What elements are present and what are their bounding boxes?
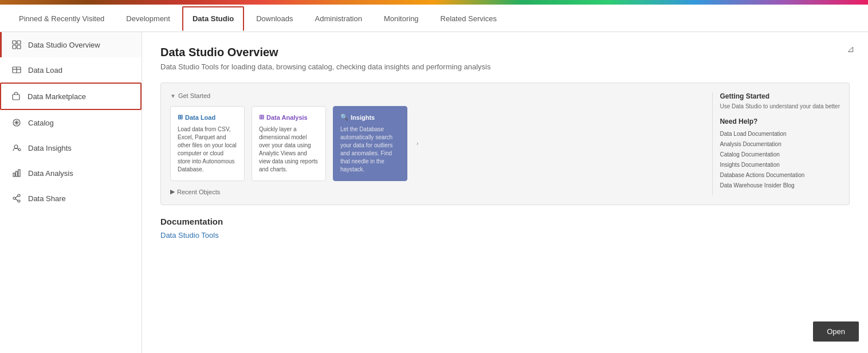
arrow-indicator: › [414, 106, 421, 181]
svg-point-19 [13, 197, 15, 199]
main-layout: Data Studio Overview Data Load Data Mark… [0, 32, 868, 353]
svg-rect-3 [17, 45, 21, 49]
sidebar-item-data-analysis[interactable]: Data Analysis [0, 160, 142, 186]
content-header: Data Studio Overview Data Studio Tools f… [160, 46, 850, 71]
documentation-link[interactable]: Data Studio Tools [160, 231, 219, 240]
next-arrow-icon: › [417, 140, 418, 147]
share-icon [11, 193, 22, 204]
recent-objects-expand-icon[interactable]: ▶ [170, 188, 175, 195]
svg-point-18 [18, 200, 20, 202]
page-subtitle: Data Studio Tools for loading data, brow… [160, 62, 850, 71]
card-data-load-title: ⊞ Data Load [178, 113, 237, 121]
get-started-label: Get Started [178, 92, 210, 99]
pin-icon[interactable]: ⊿ [847, 44, 854, 54]
svg-rect-0 [13, 41, 16, 44]
tab-administration[interactable]: Administration [305, 7, 372, 30]
card-data-load-body: Load data from CSV, Excel, Parquet and o… [178, 125, 237, 174]
svg-line-13 [20, 150, 21, 151]
tab-related-services[interactable]: Related Services [431, 7, 506, 30]
table-icon [11, 64, 22, 76]
card-insights[interactable]: 🔍 Insights Let the Database automaticall… [333, 106, 407, 181]
overview-panel: ▼ Get Started ⊞ Data Load Load data from… [160, 83, 850, 205]
sidebar-label-data-share: Data Share [28, 194, 66, 203]
tab-data-studio[interactable]: Data Studio [182, 6, 244, 31]
cards-row: ⊞ Data Load Load data from CSV, Excel, P… [170, 106, 708, 181]
tab-downloads[interactable]: Downloads [246, 7, 303, 30]
need-help-title: Need Help? [720, 117, 840, 125]
card-data-load[interactable]: ⊞ Data Load Load data from CSV, Excel, P… [170, 106, 245, 181]
svg-rect-14 [13, 173, 15, 176]
card-insights-title: 🔍 Insights [340, 113, 400, 121]
card-data-analysis-title: ⊞ Data Analysis [259, 113, 319, 121]
help-link-3[interactable]: Insights Documentation [720, 160, 840, 170]
content-area: ⊿ Data Studio Overview Data Studio Tools… [142, 32, 868, 353]
sidebar-item-overview[interactable]: Data Studio Overview [0, 32, 142, 57]
recent-objects-label: Recent Objects [177, 189, 220, 195]
svg-rect-15 [16, 171, 18, 176]
tab-development[interactable]: Development [116, 7, 180, 30]
svg-point-17 [18, 194, 20, 197]
nav-tabs: Pinned & Recently Visited Development Da… [0, 5, 868, 32]
getting-started-title: Getting Started [720, 92, 840, 100]
sidebar-item-data-load[interactable]: Data Load [0, 57, 142, 83]
user-search-icon [11, 142, 22, 154]
svg-line-20 [15, 196, 18, 198]
help-link-0[interactable]: Data Load Documentation [720, 129, 840, 139]
help-link-5[interactable]: Data Warehouse Insider Blog [720, 181, 840, 191]
svg-rect-7 [13, 95, 19, 100]
svg-rect-2 [13, 45, 16, 49]
page-title: Data Studio Overview [160, 46, 850, 59]
card-data-analysis[interactable]: ⊞ Data Analysis Quickly layer a dimensio… [252, 106, 326, 181]
sidebar-label-catalog: Catalog [28, 119, 54, 127]
documentation-title: Documentation [160, 217, 850, 226]
help-link-1[interactable]: Analysis Documentation [720, 139, 840, 150]
sidebar-label-data-load: Data Load [28, 66, 62, 74]
catalog-icon [11, 117, 22, 128]
help-link-4[interactable]: Database Actions Documentation [720, 170, 840, 181]
decorative-top-bar [0, 0, 868, 5]
sidebar-item-data-marketplace[interactable]: Data Marketplace [0, 83, 142, 110]
sidebar-item-data-share[interactable]: Data Share [0, 186, 142, 211]
expand-icon[interactable]: ▼ [170, 93, 176, 99]
sidebar-label-data-insights: Data Insights [28, 144, 72, 152]
shopping-bag-icon [10, 91, 22, 102]
open-button[interactable]: Open [813, 321, 859, 342]
svg-point-11 [14, 145, 18, 148]
sidebar: Data Studio Overview Data Load Data Mark… [0, 32, 142, 353]
get-started-section: ▼ Get Started [170, 92, 708, 99]
tab-pinned[interactable]: Pinned & Recently Visited [9, 7, 114, 30]
card-data-analysis-body: Quickly layer a dimensional model over y… [259, 125, 319, 174]
svg-line-21 [15, 199, 18, 201]
card-insights-body: Let the Database automatically search yo… [340, 125, 400, 174]
right-info-panel: Getting Started Use Data Studio to under… [712, 92, 840, 195]
svg-rect-16 [18, 170, 20, 176]
sidebar-label-overview: Data Studio Overview [28, 41, 100, 49]
recent-objects-row: ▶ Recent Objects [170, 188, 708, 195]
sidebar-label-data-marketplace: Data Marketplace [28, 92, 86, 101]
sidebar-item-catalog[interactable]: Catalog [0, 110, 142, 135]
chart-icon [11, 167, 22, 179]
data-load-card-icon: ⊞ [178, 113, 183, 121]
data-analysis-card-icon: ⊞ [259, 113, 264, 121]
left-section: ▼ Get Started ⊞ Data Load Load data from… [170, 92, 708, 195]
grid-icon [11, 39, 22, 50]
insights-card-icon: 🔍 [340, 113, 348, 121]
tab-monitoring[interactable]: Monitoring [374, 7, 429, 30]
sidebar-item-data-insights[interactable]: Data Insights [0, 135, 142, 160]
help-link-2[interactable]: Catalog Documentation [720, 150, 840, 160]
sidebar-label-data-analysis: Data Analysis [28, 169, 73, 178]
overview-inner: ▼ Get Started ⊞ Data Load Load data from… [170, 92, 840, 195]
svg-rect-1 [17, 41, 21, 44]
getting-started-subtitle: Use Data Studio to understand your data … [720, 103, 840, 111]
